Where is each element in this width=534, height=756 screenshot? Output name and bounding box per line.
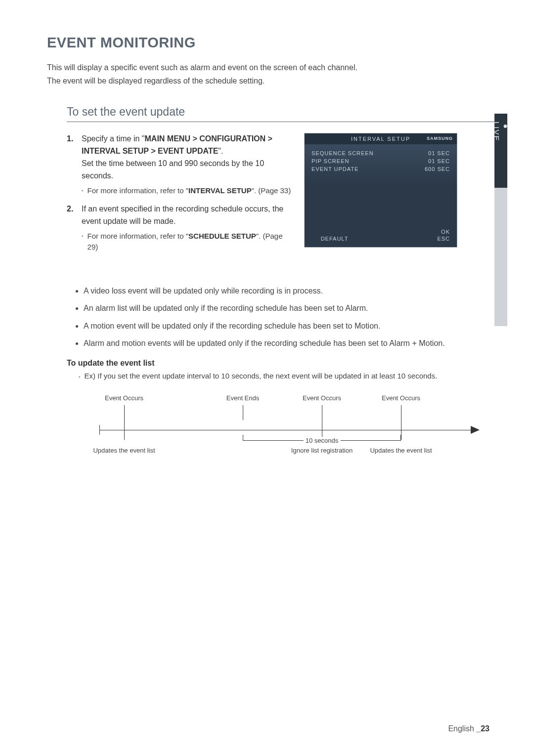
timeline-diagram: Event Occurs Event Ends Event Occurs Eve… (75, 394, 494, 478)
step-1-note-a: For more information, refer to " (88, 186, 189, 195)
panel-row-value: 01 SEC (428, 158, 450, 164)
timeline-label-event-ends: Event Ends (226, 394, 260, 402)
update-list-example-text: Ex) If you set the event update interval… (85, 372, 438, 382)
bullet-alarm-list: An alarm list will be updated only if th… (84, 302, 494, 315)
step-1-text-a: Specify a time in " (82, 134, 145, 143)
side-tab: ●LIVE (494, 114, 507, 326)
panel-title: INTERVAL SETUP (351, 136, 410, 142)
side-tab-active: ●LIVE (494, 114, 507, 188)
step-1: 1. Specify a time in "MAIN MENU > CONFIG… (67, 133, 294, 196)
step-1-number: 1. (67, 133, 77, 196)
event-conditions-list: A video loss event will be updated only … (75, 285, 494, 382)
step-2-text: If an event specified in the recording s… (82, 205, 283, 225)
step-2-number: 2. (67, 203, 77, 253)
arrow-icon (471, 426, 480, 434)
bullet-motion: A motion event will be updated only if t… (84, 320, 494, 333)
panel-row-sequence[interactable]: SEQUENCE SCREEN 01 SEC (312, 149, 450, 157)
panel-row-pip[interactable]: PIP SCREEN 01 SEC (312, 157, 450, 165)
panel-row-label: SEQUENCE SCREEN (312, 150, 374, 156)
panel-row-label: PIP SCREEN (312, 158, 349, 164)
panel-esc-button[interactable]: ESC (437, 236, 450, 242)
timeline-bottom-updates-1: Updates the event list (93, 447, 155, 454)
panel-row-event-update[interactable]: EVENT UPDATE 600 SEC (312, 165, 450, 173)
step-1-text-d: Set the time between 10 and 990 seconds … (82, 158, 294, 182)
panel-brand: SAMSUNG (427, 136, 453, 141)
timeline-label-event-occurs-1: Event Occurs (105, 394, 143, 402)
page-footer: English _23 (448, 724, 490, 733)
bullet-video-loss: A video loss event will be updated only … (84, 285, 494, 297)
footer-page-number: _23 (476, 724, 490, 733)
step-1-note: For more information, refer to "INTERVAL… (82, 185, 294, 197)
step-2: 2. If an event specified in the recordin… (67, 203, 294, 253)
panel-row-value: 01 SEC (428, 150, 450, 156)
timeline-bottom-updates-2: Updates the event list (370, 447, 432, 454)
section-heading: To set the event update (67, 105, 494, 122)
panel-title-bar: INTERVAL SETUP SAMSUNG (305, 133, 457, 144)
update-list-heading: To update the event list (67, 359, 494, 368)
steps-column: 1. Specify a time in "MAIN MENU > CONFIG… (67, 133, 294, 259)
step-1-note-c: ". (Page 33) (252, 186, 291, 195)
side-tab-label: LIVE (492, 122, 501, 142)
side-tab-inactive (494, 188, 507, 326)
panel-ok-button[interactable]: OK (441, 229, 450, 235)
update-list-example: Ex) If you set the event update interval… (79, 372, 494, 382)
timeline-label-event-occurs-2: Event Occurs (303, 394, 341, 402)
step-2-note: For more information, refer to "SCHEDULE… (82, 231, 294, 253)
panel-row-label: EVENT UPDATE (312, 166, 358, 172)
timeline-bottom-ignore: Ignore list registration (291, 447, 353, 454)
footer-language: English (448, 724, 476, 733)
interval-setup-panel: INTERVAL SETUP SAMSUNG SEQUENCE SCREEN 0… (304, 133, 457, 248)
panel-default-button[interactable]: DEFAULT (321, 236, 349, 242)
bullet-alarm-motion: Alarm and motion events will be updated … (84, 337, 494, 350)
intro-line-2: The event will be displayed regardless o… (47, 74, 494, 87)
step-1-text-c: ". (218, 147, 223, 155)
timeline-10s-label: 10 seconds (304, 437, 341, 444)
step-1-note-ref: INTERVAL SETUP (188, 186, 252, 195)
step-2-note-ref: SCHEDULE SETUP (188, 232, 256, 240)
intro-block: This will display a specific event such … (47, 61, 494, 87)
page-title: EVENT MONITORING (47, 35, 494, 51)
intro-line-1: This will display a specific event such … (47, 61, 494, 74)
timeline-label-event-occurs-3: Event Occurs (382, 394, 420, 402)
panel-row-value: 600 SEC (425, 166, 450, 172)
step-2-note-a: For more information, refer to " (88, 232, 189, 240)
